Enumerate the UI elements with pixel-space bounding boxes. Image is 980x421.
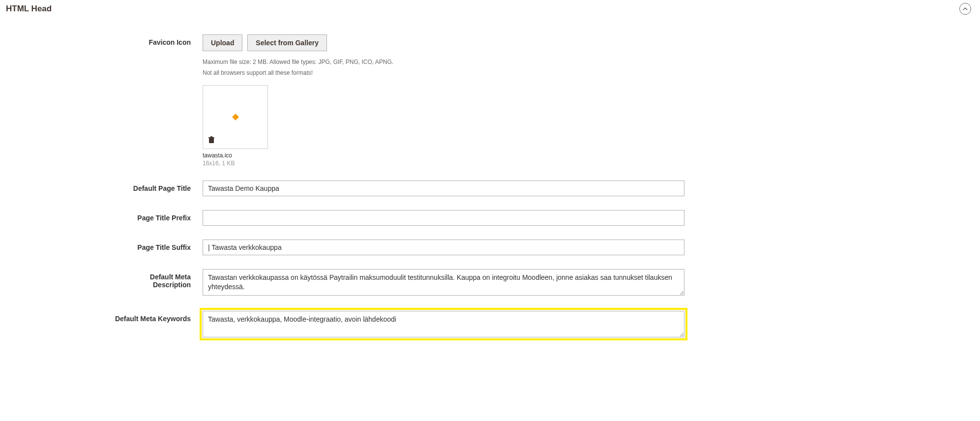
favicon-preview-icon [232,114,238,120]
row-default-page-title: Default Page Title [114,180,684,196]
trash-icon [208,136,215,144]
default-page-title-input[interactable] [203,180,684,196]
favicon-thumbnail[interactable] [203,85,268,149]
svg-rect-0 [209,138,214,143]
label-page-title-prefix: Page Title Prefix [114,210,203,222]
label-default-meta-description: Default Meta Description [114,269,203,289]
collapse-toggle[interactable] [959,3,971,15]
favicon-filename: tawasta.ico [203,152,684,159]
page-title-prefix-input[interactable] [203,210,684,226]
default-meta-keywords-textarea[interactable] [203,311,684,337]
row-page-title-suffix: Page Title Suffix [114,240,684,255]
label-favicon: Favicon Icon [114,34,203,46]
html-head-section: HTML Head Favicon Icon Upload Select fro… [0,0,980,339]
row-default-meta-keywords: Default Meta Keywords [114,311,684,339]
label-default-meta-keywords: Default Meta Keywords [114,311,203,323]
svg-rect-1 [208,137,214,138]
svg-rect-2 [210,136,212,137]
section-header: HTML Head [6,0,974,34]
row-default-meta-description: Default Meta Description [114,269,684,297]
default-meta-description-textarea[interactable] [203,269,684,296]
favicon-filemeta: 16x16, 1 KB [203,160,684,167]
label-default-page-title: Default Page Title [114,180,203,192]
page-title-suffix-input[interactable] [203,240,684,255]
row-favicon: Favicon Icon Upload Select from Gallery … [114,34,684,167]
note-line1: Maximum file size: 2 MB. Allowed file ty… [203,57,684,68]
favicon-thumbnail-wrap: tawasta.ico 16x16, 1 KB [203,85,684,167]
favicon-note: Maximum file size: 2 MB. Allowed file ty… [203,57,684,78]
form-area: Favicon Icon Upload Select from Gallery … [114,34,684,339]
delete-favicon-button[interactable] [207,136,216,146]
note-line2: Not all browsers support all these forma… [203,68,684,79]
control-favicon: Upload Select from Gallery Maximum file … [203,34,684,167]
chevron-up-icon [962,6,968,12]
label-page-title-suffix: Page Title Suffix [114,240,203,251]
upload-button[interactable]: Upload [203,34,242,51]
select-from-gallery-button[interactable]: Select from Gallery [247,34,327,51]
section-title: HTML Head [6,4,52,14]
row-page-title-prefix: Page Title Prefix [114,210,684,226]
